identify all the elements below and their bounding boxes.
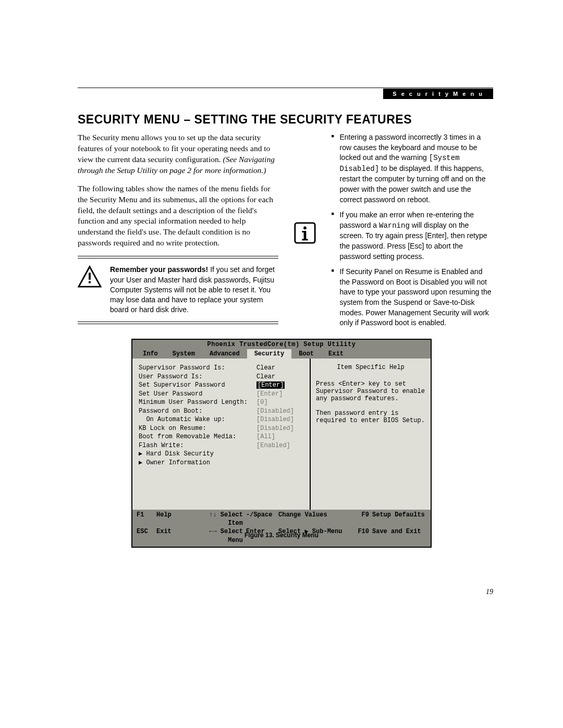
bios-screenshot: Phoenix TrustedCore(tm) Setup Utility In… <box>131 339 432 548</box>
bios-title: Phoenix TrustedCore(tm) Setup Utility <box>132 340 431 349</box>
right-column: Entering a password incorrectly 3 times … <box>293 132 494 334</box>
info-bullets: Entering a password incorrectly 3 times … <box>325 132 494 334</box>
page-number: 19 <box>486 588 493 596</box>
bios-tab-system: System <box>165 349 202 359</box>
svg-point-4 <box>303 226 307 229</box>
bios-footer: F1Help ↑↓ Select Item -/SpaceChange Valu… <box>132 510 431 547</box>
bios-tab-advanced: Advanced <box>202 349 247 359</box>
svg-rect-2 <box>89 281 91 283</box>
bios-tab-bar: Info System Advanced Security Boot Exit <box>132 349 431 359</box>
bios-help-panel: Item Specific Help Press <Enter> key to … <box>310 359 431 510</box>
header-breadcrumb: S e c u r i t y M e n u <box>383 89 493 99</box>
intro-para-2: The following tables show the names of t… <box>78 183 278 249</box>
svg-rect-1 <box>89 273 91 280</box>
bios-tab-security: Security <box>247 349 292 359</box>
bios-tab-boot: Boot <box>291 349 321 359</box>
warning-icon <box>78 265 102 289</box>
svg-rect-6 <box>302 239 308 240</box>
bios-tab-exit: Exit <box>321 349 351 359</box>
info-icon <box>293 221 317 245</box>
intro-para-1: The Security menu allows you to set up t… <box>78 132 278 176</box>
page-title: SECURITY MENU – SETTING THE SECURITY FEA… <box>78 113 412 127</box>
svg-rect-7 <box>302 231 305 232</box>
warning-callout: Remember your passwords! If you set and … <box>78 265 278 315</box>
figure-caption: Figure 13. Security Menu <box>0 532 563 539</box>
left-column: The Security menu allows you to set up t… <box>78 132 278 334</box>
bios-menu-list: Supervisor Password Is:ClearUser Passwor… <box>132 359 310 510</box>
bios-tab-info: Info <box>136 349 165 359</box>
